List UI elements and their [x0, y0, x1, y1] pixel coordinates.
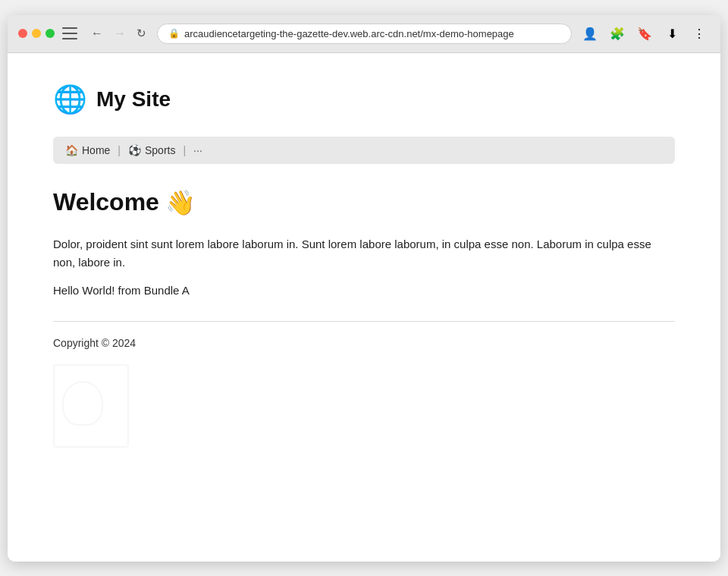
nav-separator-1: | [118, 144, 121, 156]
menu-button[interactable]: ⋮ [689, 23, 710, 44]
sidebar-toggle-button[interactable] [62, 27, 77, 39]
welcome-text: Welcome [53, 188, 159, 216]
forward-button[interactable]: → [111, 25, 129, 42]
page-content: 🌐 My Site 🏠 Home | ⚽ Sports | ··· Welcom… [8, 53, 720, 562]
navigation-bar: 🏠 Home | ⚽ Sports | ··· [53, 137, 675, 164]
wave-emoji: 👋 [165, 188, 196, 217]
hello-world-text: Hello World! from Bundle A [53, 284, 675, 297]
bottom-image-placeholder [53, 364, 129, 448]
profile-button[interactable]: 👤 [579, 23, 601, 44]
maximize-button[interactable] [46, 29, 55, 38]
footer: Copyright © 2024 [53, 337, 675, 349]
nav-item-home[interactable]: 🏠 Home [65, 144, 110, 156]
nav-home-label: Home [82, 144, 110, 156]
window-controls [18, 29, 55, 38]
page-body-text: Dolor, proident sint sunt lorem labore l… [53, 235, 675, 272]
browser-actions: 👤 🧩 🔖 ⬇ ⋮ [579, 23, 710, 44]
lock-icon: 🔒 [168, 28, 180, 39]
nav-sports-label: Sports [145, 144, 175, 156]
home-icon: 🏠 [65, 144, 78, 156]
sports-icon: ⚽ [128, 144, 141, 156]
nav-item-sports[interactable]: ⚽ Sports [128, 144, 175, 156]
minimize-button[interactable] [32, 29, 41, 38]
bookmark-button[interactable]: 🔖 [634, 23, 655, 44]
downloads-button[interactable]: ⬇ [661, 23, 682, 44]
address-bar[interactable]: 🔒 arcaudiencetargeting-the-gazette-dev.w… [157, 24, 572, 44]
copyright-text: Copyright © 2024 [53, 337, 136, 349]
browser-window: ← → ↻ 🔒 arcaudiencetargeting-the-gazette… [8, 15, 720, 562]
back-button[interactable]: ← [88, 25, 106, 42]
site-header: 🌐 My Site [53, 83, 675, 115]
refresh-button[interactable]: ↻ [133, 25, 149, 42]
navigation-buttons: ← → ↻ [88, 25, 149, 42]
page-divider [53, 321, 675, 322]
browser-chrome: ← → ↻ 🔒 arcaudiencetargeting-the-gazette… [8, 15, 720, 53]
nav-separator-2: | [183, 144, 186, 156]
nav-more-button[interactable]: ··· [193, 144, 202, 156]
close-button[interactable] [18, 29, 27, 38]
extensions-button[interactable]: 🧩 [607, 23, 628, 44]
url-text: arcaudiencetargeting-the-gazette-dev.web… [184, 28, 514, 39]
page-heading: Welcome 👋 [53, 188, 675, 217]
site-title: My Site [96, 87, 171, 112]
site-logo-icon: 🌐 [53, 83, 87, 115]
